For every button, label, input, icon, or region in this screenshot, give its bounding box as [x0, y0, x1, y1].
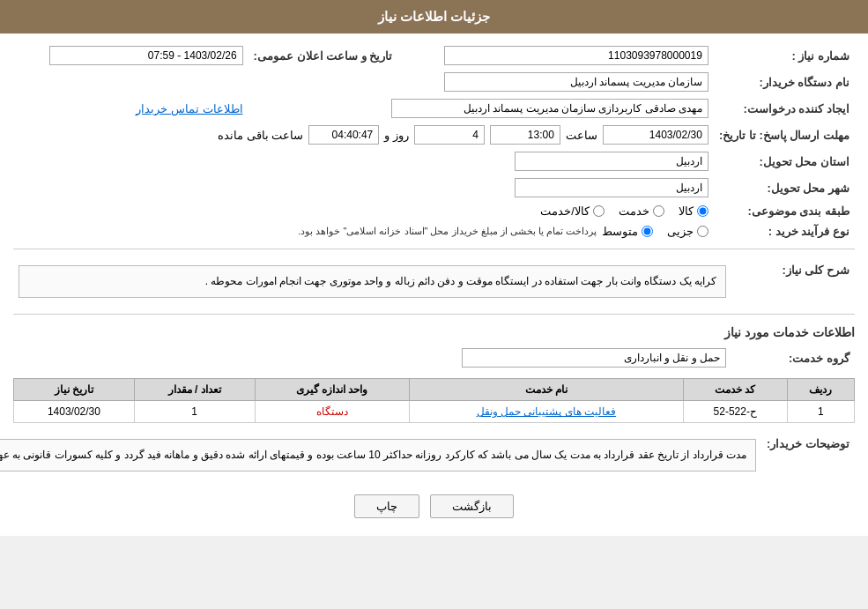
need-number-label: شماره نیاز : — [714, 42, 855, 69]
purchase-motavaset-radio[interactable] — [642, 226, 653, 237]
buyer-notes-text: مدت قرارداد از تاریخ عقد قرارداد به مدت … — [0, 449, 746, 461]
category-kala-khedmat-radio[interactable] — [593, 205, 605, 217]
col-code: کد خدمت — [683, 379, 787, 401]
category-khedmat-radio[interactable] — [653, 205, 664, 217]
category-kala-radio[interactable] — [697, 205, 708, 217]
service-info-title: اطلاعات خدمات مورد نیاز — [13, 325, 855, 339]
category-kala-khedmat[interactable]: کالا/خدمت — [540, 204, 605, 218]
divider-2 — [13, 314, 855, 315]
page-header: جزئیات اطلاعات نیاز — [0, 0, 868, 33]
purchase-jozee[interactable]: جزیی — [667, 225, 708, 238]
need-description-box: کرایه یک دستگاه وانت بار جهت استفاده در … — [19, 265, 726, 298]
table-row: 1 ح-522-52 فعالیت های پشتیبانی حمل ونقل … — [14, 401, 855, 423]
need-description-text: کرایه یک دستگاه وانت بار جهت استفاده در … — [205, 275, 716, 287]
category-khedmat[interactable]: خدمت — [619, 204, 664, 218]
col-row: ردیف — [787, 379, 854, 401]
buyer-notes-label: توضیحات خریدار: — [761, 430, 855, 480]
page-title: جزئیات اطلاعات نیاز — [378, 9, 490, 24]
purchase-motavaset[interactable]: متوسط — [602, 225, 653, 238]
province-label: استان محل تحویل: — [714, 148, 855, 175]
creator-label: ایجاد کننده درخواست: — [714, 95, 855, 122]
col-date: تاریخ نیاز — [14, 379, 135, 401]
col-unit: واحد اندازه گیری — [255, 379, 409, 401]
service-group-label: گروه خدمت: — [731, 345, 855, 371]
contact-link[interactable]: اطلاعات تماس خریدار — [136, 102, 242, 115]
days-label: روز و — [384, 129, 409, 142]
cell-qty: 1 — [134, 401, 255, 423]
back-button[interactable]: بازگشت — [430, 494, 514, 518]
deadline-date-input[interactable] — [603, 125, 708, 145]
buyer-org-label: نام دستگاه خریدار: — [714, 69, 855, 95]
announce-date-label: تاریخ و ساعت اعلان عمومی: — [249, 42, 398, 69]
buyer-notes-box: مدت قرارداد از تاریخ عقد قرارداد به مدت … — [0, 439, 756, 472]
cell-unit: دستگاه — [255, 401, 409, 423]
action-buttons: بازگشت چاپ — [13, 494, 855, 518]
time-label: ساعت — [566, 129, 597, 142]
divider-1 — [13, 249, 855, 249]
category-kala[interactable]: کالا — [679, 204, 708, 218]
category-label: طبقه بندی موضوعی: — [714, 201, 855, 221]
deadline-remaining-input[interactable] — [308, 125, 379, 145]
need-number-input[interactable] — [444, 46, 708, 65]
remaining-label: ساعت باقی مانده — [218, 129, 303, 142]
deadline-time-input[interactable] — [490, 125, 560, 145]
col-qty: تعداد / مقدار — [134, 379, 255, 401]
service-group-input[interactable] — [462, 348, 726, 368]
need-description-label: شرح کلی نیاز: — [731, 256, 855, 307]
purchase-type-label: نوع فرآیند خرید : — [714, 221, 855, 241]
col-name: نام خدمت — [409, 379, 683, 401]
creator-input[interactable] — [391, 99, 708, 118]
province-input[interactable] — [515, 152, 708, 171]
deadline-days-input[interactable] — [414, 125, 485, 145]
buyer-org-input[interactable] — [444, 72, 708, 92]
cell-code: ح-522-52 — [683, 401, 787, 423]
cell-date: 1403/02/30 — [14, 401, 135, 423]
services-table: ردیف کد خدمت نام خدمت واحد اندازه گیری ت… — [13, 378, 855, 423]
deadline-label: مهلت ارسال پاسخ: تا تاریخ: — [714, 122, 855, 148]
cell-name[interactable]: فعالیت های پشتیبانی حمل ونقل — [409, 401, 683, 423]
city-input[interactable] — [515, 178, 708, 197]
city-label: شهر محل تحویل: — [714, 175, 855, 201]
announce-date-input[interactable] — [49, 46, 243, 65]
print-button[interactable]: چاپ — [354, 494, 419, 518]
purchase-jozee-radio[interactable] — [697, 226, 708, 237]
purchase-note: پرداخت تمام یا بخشی از مبلغ خریداز محل "… — [298, 226, 597, 237]
cell-row: 1 — [787, 401, 854, 423]
